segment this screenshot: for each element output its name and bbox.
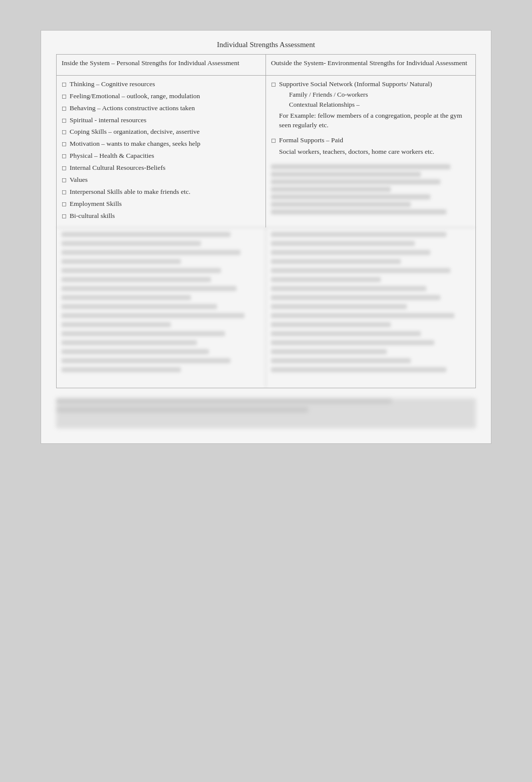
list-item: ◻ Interpersonal Skills able to make frie…	[62, 187, 260, 197]
bullet-icon: ◻	[62, 188, 67, 196]
list-item: ◻ Physical – Health & Capacities	[62, 151, 260, 161]
bullet-icon: ◻	[62, 104, 67, 112]
bullet-icon: ◻	[62, 200, 67, 208]
left-item-8: Values	[70, 175, 88, 185]
list-item: ◻ Motivation – wants to make changes, se…	[62, 139, 260, 149]
bullet-icon: ◻	[62, 140, 67, 148]
right-column-heading: Outside the System- Environmental Streng…	[271, 59, 470, 68]
list-item: ◻ Behaving – Actions constructive action…	[62, 104, 260, 113]
blurred-table-section	[57, 227, 475, 388]
left-item-5: Motivation – wants to make changes, seek…	[70, 139, 200, 149]
left-item-6: Physical – Health & Capacities	[70, 151, 154, 161]
list-item: ◻ Coping Skills – organization, decisive…	[62, 127, 260, 137]
list-item: ◻ Values	[62, 175, 260, 185]
bullet-icon: ◻	[62, 176, 67, 184]
list-item: ◻ Employment Skills	[62, 199, 260, 209]
left-item-0: Thinking – Cognitive resources	[70, 80, 155, 89]
left-item-1: Feeling/Emotional – outlook, range, modu…	[70, 92, 200, 101]
bullet-icon: ◻	[62, 128, 67, 136]
list-item: ◻ Bi-cultural skills	[62, 211, 260, 221]
table-body-row: ◻ Thinking – Cognitive resources ◻ Feeli…	[57, 76, 475, 227]
page-title: Individual Strengths Assessment	[56, 41, 476, 49]
sub-item-0: Family / Friends / Co-workers	[289, 90, 470, 99]
right-list-item-0: ◻ Supportive Social Network (Informal Su…	[271, 80, 470, 133]
sub-item-1-text: Contextual Relationships –	[289, 100, 360, 109]
list-item: ◻ Internal Cultural Resources-Beliefs	[62, 163, 260, 173]
bullet-icon: ◻	[62, 164, 67, 172]
blurred-left-col	[57, 228, 266, 388]
list-item: ◻ Thinking – Cognitive resources	[62, 80, 260, 89]
list-item: ◻ Spiritual - internal resources	[62, 116, 260, 125]
right-list-item-1: ◻ Formal Supports – Paid Social workers,…	[271, 136, 470, 160]
left-item-10: Employment Skills	[70, 199, 122, 209]
bullet-icon: ◻	[62, 92, 67, 100]
col-right-header: Outside the System- Environmental Streng…	[266, 55, 475, 75]
blurred-right-content	[271, 164, 470, 214]
left-column-heading: Inside the System – Personal Strengths f…	[62, 59, 260, 68]
bullet-icon: ◻	[271, 136, 276, 144]
blurred-right-col	[266, 228, 475, 388]
bullet-icon: ◻	[271, 80, 276, 88]
footer-blurred	[56, 398, 476, 428]
left-item-2: Behaving – Actions constructive actions …	[70, 104, 195, 113]
assessment-table: Inside the System – Personal Strengths f…	[56, 54, 476, 388]
sub-item-0-text: Family / Friends / Co-workers	[289, 90, 368, 99]
right-body-col: ◻ Supportive Social Network (Informal Su…	[266, 76, 475, 227]
left-item-4: Coping Skills – organization, decisive, …	[70, 127, 200, 137]
sub-item-1: Contextual Relationships –	[289, 100, 470, 109]
left-item-7: Internal Cultural Resources-Beliefs	[70, 163, 165, 173]
left-item-11: Bi-cultural skills	[70, 211, 115, 221]
right-item-1-heading: Formal Supports – Paid	[279, 136, 343, 144]
bullet-icon: ◻	[62, 116, 67, 124]
left-item-9: Interpersonal Skills able to make friend…	[70, 187, 190, 197]
right-item-0-heading: Supportive Social Network (Informal Supp…	[279, 80, 432, 88]
list-item: ◻ Feeling/Emotional – outlook, range, mo…	[62, 92, 260, 101]
table-header-row: Inside the System – Personal Strengths f…	[57, 55, 475, 76]
sub-list: Family / Friends / Co-workers Contextual…	[289, 90, 470, 109]
bullet-icon: ◻	[62, 212, 67, 220]
bullet-icon: ◻	[62, 80, 67, 88]
right-item-0-para: For Example: fellow members of a congreg…	[279, 111, 470, 130]
page-container: Individual Strengths Assessment Inside t…	[41, 30, 491, 444]
left-body-col: ◻ Thinking – Cognitive resources ◻ Feeli…	[57, 76, 266, 227]
right-item-1-para: Social workers, teachers, doctors, home …	[279, 147, 434, 157]
col-left-header: Inside the System – Personal Strengths f…	[57, 55, 266, 75]
left-item-3: Spiritual - internal resources	[70, 116, 146, 125]
bullet-icon: ◻	[62, 152, 67, 160]
